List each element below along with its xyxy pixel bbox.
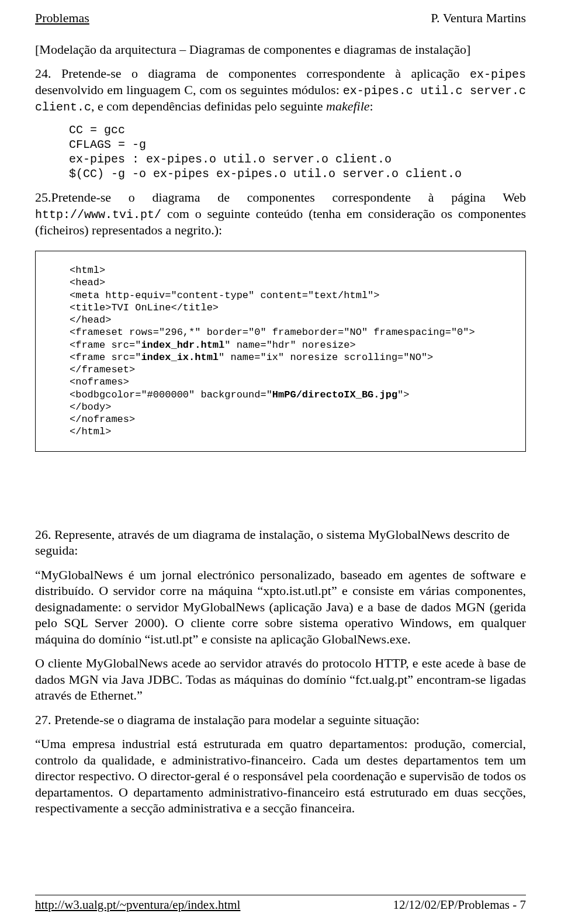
doc-header-left: Problemas [35, 11, 89, 26]
code-bold-bgjpg: HmPG/directoIX_BG.jpg [272, 389, 397, 400]
problem-26-intro: 26. Represente, através de um diagrama d… [35, 527, 526, 559]
p25-url: http://www.tvi.pt/ [35, 208, 161, 222]
footer-url: http://w3.ualg.pt/~pventura/ep/index.htm… [35, 898, 240, 912]
problem-25: 25.Pretende-se o diagrama de componentes… [35, 189, 526, 238]
problem-26-quote-1: “MyGlobalNews é um jornal electrónico pe… [35, 567, 526, 648]
html-code: <html> <head> <meta http-equiv="content-… [70, 264, 512, 438]
p24-makefile-word: makefile [326, 99, 370, 113]
p24-text-a: 24. Pretende-se o diagrama de componente… [35, 66, 470, 81]
p24-text-b: desenvolvido em linguagem C, com os segu… [35, 82, 343, 97]
problem-27-quote: “Uma empresa industrial está estruturada… [35, 736, 526, 816]
p24-colon: : [370, 99, 373, 113]
problem-26-quote-2: O cliente MyGlobalNews acede ao servidor… [35, 655, 526, 704]
p24-text-d: , e com dependências definidas pelo segu… [91, 99, 326, 113]
html-code-box: <html> <head> <meta http-equiv="content-… [35, 251, 526, 452]
p24-code-expipes: ex-pipes [470, 68, 526, 81]
doc-header-right: P. Ventura Martins [431, 11, 526, 26]
code-bold-index-hdr: index_hdr.html [141, 340, 224, 351]
code-bold-index-ix: index_ix.html [141, 352, 219, 363]
makefile-block: CC = gcc CFLAGS = -g ex-pipes : ex-pipes… [69, 123, 526, 181]
footer-page: 12/12/02/EP/Problemas - 7 [393, 898, 527, 912]
section-title: [Modelação da arquitectura – Diagramas d… [35, 42, 526, 57]
page-footer: http://w3.ualg.pt/~pventura/ep/index.htm… [35, 895, 526, 912]
problem-24: 24. Pretende-se o diagrama de componente… [35, 65, 526, 115]
p25-text-a: 25.Pretende-se o diagrama de componentes… [35, 190, 526, 205]
problem-27-intro: 27. Pretende-se o diagrama de instalação… [35, 712, 526, 728]
